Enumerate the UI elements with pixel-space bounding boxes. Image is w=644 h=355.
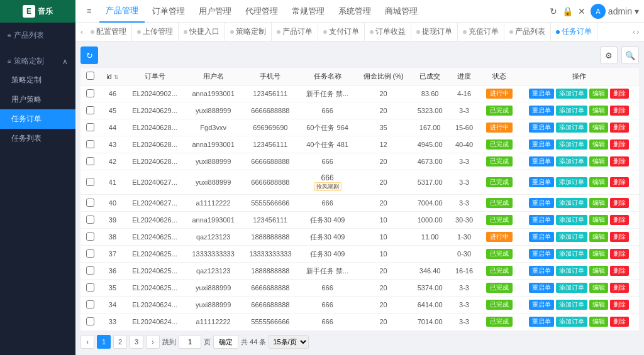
edit-button[interactable]: 编辑 [589,123,608,133]
add-order-button[interactable]: 添加订单 [556,266,587,276]
lock-icon[interactable]: 🔒 [562,6,573,16]
nav-item-product[interactable]: 产品管理 [99,0,145,23]
page-next-btn[interactable]: › [146,335,160,349]
delete-button[interactable]: 删除 [610,177,629,187]
breadcrumb-left-arrow[interactable]: ‹ [78,28,86,36]
breadcrumb-tab-strategy[interactable]: 策略定制 [225,23,272,41]
breadcrumb-prev-icon[interactable]: ‹ [633,28,635,36]
delete-button[interactable]: 删除 [610,123,629,133]
restart-button[interactable]: 重启单 [529,266,554,276]
add-order-button[interactable]: 添加订单 [556,232,587,242]
admin-area[interactable]: A admin ▾ [591,4,639,19]
row-checkbox[interactable] [86,199,94,207]
edit-button[interactable]: 编辑 [589,89,608,99]
select-all-checkbox[interactable] [86,72,94,80]
restart-button[interactable]: 重启单 [529,139,554,150]
breadcrumb-tab-upload[interactable]: 上传管理 [132,23,179,41]
restart-button[interactable]: 重启单 [529,123,554,133]
page-btn-1[interactable]: 1 [97,335,111,349]
delete-button[interactable]: 删除 [610,300,629,310]
restart-button[interactable]: 重启单 [529,156,554,167]
add-order-button[interactable]: 添加订单 [556,89,587,99]
delete-button[interactable]: 删除 [610,283,629,293]
row-checkbox[interactable] [86,106,94,114]
edit-button[interactable]: 编辑 [589,300,608,310]
edit-button[interactable]: 编辑 [589,317,608,327]
restart-button[interactable]: 重启单 [529,198,554,208]
restart-button[interactable]: 重启单 [529,232,554,242]
edit-button[interactable]: 编辑 [589,215,608,225]
edit-button[interactable]: 编辑 [589,156,608,167]
page-btn-2[interactable]: 2 [113,335,127,349]
edit-button[interactable]: 编辑 [589,266,608,276]
restart-button[interactable]: 重启单 [529,215,554,225]
edit-button[interactable]: 编辑 [589,249,608,259]
row-checkbox[interactable] [86,283,94,292]
row-checkbox[interactable] [86,89,94,97]
row-checkbox[interactable] [86,300,94,309]
restart-button[interactable]: 重启单 [529,283,554,293]
sidebar-item-strategy-custom[interactable]: 策略定制 [0,70,75,90]
delete-button[interactable]: 删除 [610,139,629,150]
nav-item-user[interactable]: 用户管理 [192,0,238,23]
nav-item-normal[interactable]: 常规管理 [286,0,331,23]
edit-button[interactable]: 编辑 [589,232,608,242]
restart-button[interactable]: 重启单 [529,249,554,259]
restart-button[interactable]: 重启单 [529,317,554,327]
nav-item-order[interactable]: 订单管理 [146,0,191,23]
breadcrumb-tab-config[interactable]: 配置管理 [86,23,132,41]
row-checkbox[interactable] [86,232,94,241]
breadcrumb-tab-recharge[interactable]: 充值订单 [458,23,504,41]
sort-icon-id[interactable]: ⇅ [114,74,119,80]
refresh-icon[interactable]: ↻ [550,6,557,16]
sidebar-item-task-order[interactable]: 任务订单 [0,109,75,129]
edit-button[interactable]: 编辑 [589,177,608,187]
nav-item-mall[interactable]: 商城管理 [379,0,424,23]
page-jump-input[interactable] [179,335,201,349]
page-btn-3[interactable]: 3 [130,335,143,349]
delete-button[interactable]: 删除 [610,266,629,276]
row-checkbox[interactable] [86,249,94,258]
nav-item-system[interactable]: 系统管理 [332,0,377,23]
restart-button[interactable]: 重启单 [529,106,554,116]
page-prev-btn[interactable]: ‹ [80,335,94,349]
add-order-button[interactable]: 添加订单 [556,215,587,225]
close-icon[interactable]: ✕ [578,6,586,16]
add-order-button[interactable]: 添加订单 [556,249,587,259]
delete-button[interactable]: 删除 [610,156,629,167]
delete-button[interactable]: 删除 [610,198,629,208]
page-confirm-button[interactable]: 确定 [213,335,238,349]
breadcrumb-tab-shortcut[interactable]: 快捷入口 [179,23,225,41]
row-checkbox[interactable] [86,317,94,325]
add-order-button[interactable]: 添加订单 [556,177,587,187]
sidebar-group-strategy[interactable]: ≡ 策略定制 ∧ [0,52,75,70]
breadcrumb-tab-product-list[interactable]: 产品列表 [504,23,551,41]
breadcrumb-tab-product-order[interactable]: 产品订单 [272,23,318,41]
sidebar-item-product-list[interactable]: ≡ 产品列表 [0,26,75,45]
row-checkbox[interactable] [86,157,94,165]
nav-menu-icon[interactable]: ≡ [80,0,98,23]
edit-button[interactable]: 编辑 [589,283,608,293]
edit-button[interactable]: 编辑 [589,106,608,116]
edit-button[interactable]: 编辑 [589,198,608,208]
delete-button[interactable]: 删除 [610,232,629,242]
nav-item-agent[interactable]: 代理管理 [239,0,284,23]
delete-button[interactable]: 删除 [610,106,629,116]
delete-button[interactable]: 删除 [610,249,629,259]
add-order-button[interactable]: 添加订单 [556,198,587,208]
sidebar-item-task-list[interactable]: 任务列表 [0,129,75,148]
row-checkbox[interactable] [86,266,94,275]
restart-button[interactable]: 重启单 [529,300,554,310]
edit-button[interactable]: 编辑 [589,139,608,150]
delete-button[interactable]: 删除 [610,317,629,327]
delete-button[interactable]: 删除 [610,89,629,99]
add-order-button[interactable]: 添加订单 [556,106,587,116]
refresh-button[interactable]: ↻ [80,46,98,64]
add-order-button[interactable]: 添加订单 [556,283,587,293]
search-button[interactable]: 🔍 [621,46,639,64]
add-order-button[interactable]: 添加订单 [556,156,587,167]
row-checkbox[interactable] [86,178,94,186]
breadcrumb-tab-pay-order[interactable]: 支付订单 [318,23,365,41]
breadcrumb-next-icon[interactable]: › [636,28,639,36]
row-checkbox[interactable] [86,140,94,148]
